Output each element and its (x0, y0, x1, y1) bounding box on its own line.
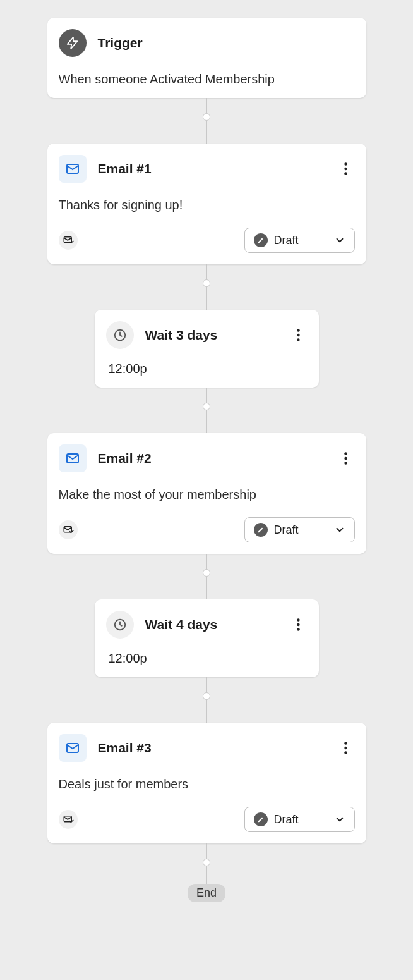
svg-point-7 (297, 334, 299, 336)
status-label: Draft (274, 813, 299, 826)
connector (203, 554, 210, 599)
pencil-icon (254, 523, 268, 537)
status-label: Draft (274, 524, 299, 537)
mail-icon (59, 444, 87, 472)
wait-time: 12:00p (109, 651, 308, 666)
email-title: Email #2 (98, 451, 152, 466)
svg-point-20 (344, 747, 347, 749)
more-menu-button[interactable] (290, 616, 308, 634)
wait-card-1[interactable]: Wait 3 days 12:00p (95, 310, 319, 388)
svg-point-16 (297, 623, 299, 626)
more-menu-button[interactable] (337, 739, 355, 757)
svg-point-19 (344, 742, 347, 744)
email-description: Make the most of your membership (59, 487, 355, 502)
email-title: Email #1 (98, 161, 152, 176)
email-card-3[interactable]: Email #3 Deals just for members Draft (47, 723, 366, 843)
end-label: End (188, 884, 225, 902)
email-title: Email #3 (98, 740, 152, 756)
clock-icon (106, 321, 134, 349)
clock-icon (106, 611, 134, 639)
svg-point-8 (297, 338, 299, 341)
wait-time: 12:00p (109, 362, 308, 376)
chevron-down-icon (334, 235, 345, 246)
email-status-icon[interactable] (59, 231, 78, 250)
svg-point-11 (344, 457, 347, 460)
svg-point-1 (344, 162, 347, 165)
svg-point-15 (297, 618, 299, 621)
more-menu-button[interactable] (290, 326, 308, 344)
connector (203, 843, 210, 884)
email-card-1[interactable]: Email #1 Thanks for signing up! Draft (47, 144, 366, 264)
more-menu-button[interactable] (337, 160, 355, 178)
trigger-description: When someone Activated Membership (59, 72, 355, 87)
status-dropdown[interactable]: Draft (244, 228, 355, 253)
trigger-icon (59, 29, 87, 57)
email-status-icon[interactable] (59, 520, 78, 539)
connector (203, 264, 210, 310)
trigger-title: Trigger (98, 35, 143, 51)
wait-card-2[interactable]: Wait 4 days 12:00p (95, 599, 319, 677)
wait-title: Wait 4 days (145, 617, 218, 632)
svg-point-10 (344, 452, 347, 455)
chevron-down-icon (334, 814, 345, 825)
svg-point-21 (344, 751, 347, 754)
status-dropdown[interactable]: Draft (244, 517, 355, 542)
connector (203, 98, 210, 144)
status-label: Draft (274, 234, 299, 247)
email-status-icon[interactable] (59, 810, 78, 829)
svg-point-2 (344, 168, 347, 170)
status-dropdown[interactable]: Draft (244, 807, 355, 832)
wait-title: Wait 3 days (145, 328, 218, 343)
email-card-2[interactable]: Email #2 Make the most of your membershi… (47, 433, 366, 554)
pencil-icon (254, 233, 268, 247)
more-menu-button[interactable] (337, 450, 355, 467)
svg-point-12 (344, 462, 347, 464)
email-description: Thanks for signing up! (59, 198, 355, 212)
connector (203, 388, 210, 433)
svg-point-3 (344, 172, 347, 175)
svg-point-6 (297, 329, 299, 331)
svg-point-17 (297, 628, 299, 630)
pencil-icon (254, 812, 268, 826)
chevron-down-icon (334, 524, 345, 536)
mail-icon (59, 734, 87, 762)
mail-icon (59, 155, 87, 183)
trigger-card[interactable]: Trigger When someone Activated Membershi… (47, 18, 366, 98)
connector (203, 677, 210, 723)
email-description: Deals just for members (59, 777, 355, 792)
